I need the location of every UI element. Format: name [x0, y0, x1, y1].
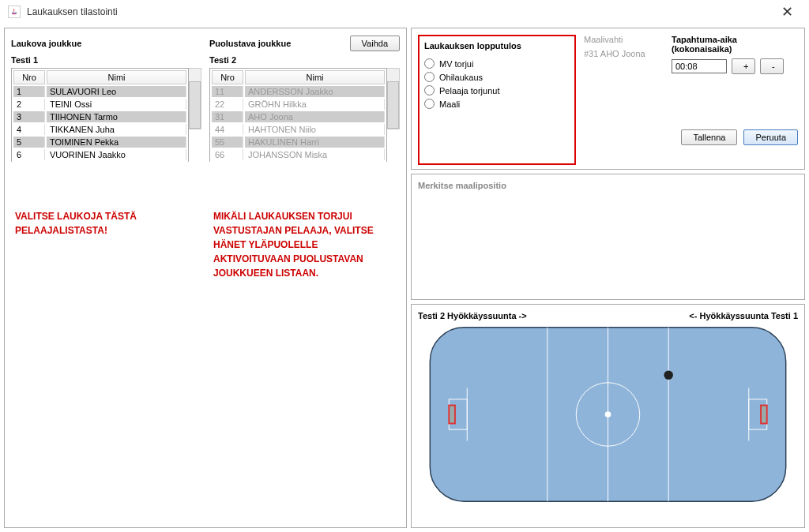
team1-name: Testi 1	[11, 55, 201, 65]
hint-text-1: VALITSE LAUKOJA TÄSTÄ PELAAJALISTASTA!	[11, 209, 201, 238]
time-input[interactable]	[672, 59, 727, 73]
col-nro[interactable]: Nro	[13, 70, 45, 84]
table-row[interactable]: 4TIKKANEN Juha	[13, 124, 186, 135]
shot-marker[interactable]	[664, 370, 673, 380]
cancel-button[interactable]: Peruuta	[743, 129, 798, 145]
top-right-panel: Laukauksen lopputulos MV torjui Ohilauka…	[411, 28, 805, 170]
defending-team-column: Puolustava joukkue Vaihda Testi 2 NroNim…	[209, 35, 400, 521]
table-row: 66JOHANSSON Miska	[212, 149, 385, 160]
goalie-column: Maalivahti #31 AHO Joona	[584, 35, 664, 163]
close-icon[interactable]: ✕	[773, 3, 801, 21]
time-column: Tapahtuma-aika (kokonaisaika) + - Tallen…	[672, 35, 798, 163]
table-row: 11ANDERSSON Jaakko	[212, 86, 385, 97]
col-nro: Nro	[212, 70, 243, 84]
left-panel: Laukova joukkue Testi 1 NroNimi 1SULAVUO…	[4, 28, 407, 528]
mark-goal-position-panel: Merkitse maalipositio	[411, 174, 805, 300]
table-row[interactable]: 1SULAVUORI Leo	[13, 86, 186, 97]
table-row: 44HAHTONEN Niilo	[212, 124, 385, 135]
outcome-title: Laukauksen lopputulos	[424, 41, 570, 51]
java-icon	[8, 6, 21, 18]
radio-ohilaukaus[interactable]	[424, 72, 435, 82]
switch-button[interactable]: Vaihda	[350, 36, 400, 51]
time-plus-button[interactable]: +	[732, 58, 755, 74]
team2-name: Testi 2	[209, 55, 400, 65]
rink-right-label: <- Hyökkäyssuunta Testi 1	[689, 311, 798, 320]
svg-rect-10	[449, 406, 455, 424]
scrollbar[interactable]	[189, 68, 201, 129]
radio-maali[interactable]	[424, 99, 435, 109]
table-row: 31AHO Joona	[212, 111, 385, 122]
save-button[interactable]: Tallenna	[681, 129, 737, 145]
rink-panel: Testi 2 Hyökkäyssuunta -> <- Hyökkäyssuu…	[411, 304, 805, 528]
col-nimi[interactable]: Nimi	[47, 70, 186, 84]
table-row: 55HAKULINEN Harri	[212, 137, 385, 148]
outcome-box: Laukauksen lopputulos MV torjui Ohilauka…	[418, 35, 576, 165]
shooting-player-table[interactable]: NroNimi 1SULAVUORI Leo 2TEINI Ossi 3TIIH…	[11, 68, 189, 162]
rink-left-label: Testi 2 Hyökkäyssuunta ->	[418, 311, 527, 320]
svg-point-5	[605, 411, 611, 418]
scrollbar[interactable]	[387, 68, 400, 129]
goalie-name: #31 AHO Joona	[584, 49, 664, 58]
time-label: Tapahtuma-aika (kokonaisaika)	[672, 35, 798, 54]
radio-pelaaja-torjunut[interactable]	[424, 85, 435, 96]
shooting-team-label: Laukova joukkue	[11, 39, 81, 48]
radio-mv-torjui[interactable]	[424, 58, 435, 69]
goalie-label: Maalivahti	[584, 35, 664, 44]
table-row[interactable]: 6VUORINEN Jaakko	[13, 149, 186, 160]
hint-text-2: MIKÄLI LAUKAUKSEN TORJUI VASTUSTAJAN PEL…	[209, 209, 400, 280]
col-nimi: Nimi	[245, 70, 385, 84]
shooting-team-column: Laukova joukkue Testi 1 NroNimi 1SULAVUO…	[11, 35, 201, 521]
window-title: Laukauksen tilastointi	[27, 6, 118, 17]
defending-player-table: NroNimi 11ANDERSSON Jaakko 22GRÖHN Hilkk…	[209, 68, 387, 162]
defending-team-label: Puolustava joukkue	[209, 39, 291, 48]
table-row[interactable]: 5TOIMINEN Pekka	[13, 137, 186, 148]
rink-diagram[interactable]	[418, 324, 798, 505]
time-minus-button[interactable]: -	[760, 58, 784, 74]
table-row[interactable]: 3TIIHONEN Tarmo	[13, 111, 186, 122]
mark-goal-label: Merkitse maalipositio	[418, 181, 506, 190]
table-row: 22GRÖHN Hilkka	[212, 99, 385, 110]
svg-rect-11	[761, 406, 767, 424]
titlebar: Laukauksen tilastointi ✕	[0, 0, 809, 24]
table-row[interactable]: 2TEINI Ossi	[13, 99, 186, 110]
